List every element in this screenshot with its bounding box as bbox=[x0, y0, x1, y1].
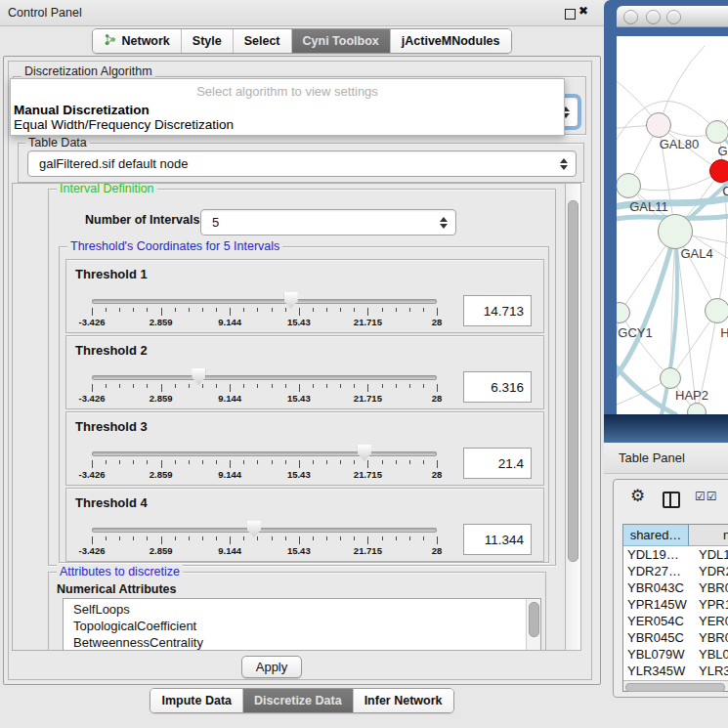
attribute-item-selfloops[interactable]: SelfLoops bbox=[64, 601, 526, 618]
table-row[interactable]: YBR045CYBR0 bbox=[623, 629, 728, 646]
close-panel-button[interactable]: ✖ bbox=[578, 4, 588, 18]
list-scrollbar[interactable] bbox=[526, 599, 540, 651]
column-header-shared-name[interactable]: shared… bbox=[623, 525, 689, 546]
slider-ticks bbox=[92, 308, 437, 316]
network-node-ga[interactable] bbox=[706, 120, 728, 144]
number-of-intervals-combo[interactable]: 5 bbox=[200, 209, 456, 236]
threshold-value-field[interactable]: 11.344 bbox=[463, 524, 532, 555]
threshold-slider[interactable]: -3.4262.8599.14415.4321.71528 bbox=[92, 489, 437, 561]
network-node-hap2[interactable] bbox=[660, 367, 681, 389]
slider-tick-labels: -3.4262.8599.14415.4321.71528 bbox=[92, 317, 437, 328]
vertical-scrollbar[interactable] bbox=[565, 183, 581, 651]
horizontal-scrollbar[interactable] bbox=[623, 680, 728, 691]
cell-shared-name: YBL079W bbox=[623, 646, 689, 663]
tab-select[interactable]: Select bbox=[233, 29, 291, 53]
algorithm-option-equal-width-frequency-discretization[interactable]: Equal Width/Frequency Discretization bbox=[14, 117, 561, 132]
table-row[interactable]: YDR27…YDR2 bbox=[623, 563, 728, 579]
bottom-tab-impute-data[interactable]: Impute Data bbox=[150, 689, 242, 712]
attribute-item-topologicalcoefficient[interactable]: TopologicalCoefficient bbox=[64, 618, 526, 634]
table-row[interactable]: YER054CYER0 bbox=[623, 613, 728, 629]
tick-label: -3.426 bbox=[79, 393, 106, 404]
tab-style[interactable]: Style bbox=[181, 29, 233, 53]
network-icon bbox=[104, 33, 116, 49]
attribute-item-betweennesscentrality[interactable]: BetweennessCentrality bbox=[64, 634, 526, 651]
table-row[interactable]: YBL079WYBL0 bbox=[623, 646, 728, 663]
network-node-gal11[interactable] bbox=[617, 173, 641, 198]
threshold-slider[interactable]: -3.4262.8599.14415.4321.71528 bbox=[92, 260, 437, 332]
table-panel-titlebar: Table Panel bbox=[604, 443, 728, 474]
threshold-value-field[interactable]: 21.4 bbox=[463, 448, 532, 479]
cell-shared-name: YDR27… bbox=[623, 563, 689, 579]
vertical-scrollbar-thumb[interactable] bbox=[568, 200, 578, 562]
tick-label: 21.715 bbox=[354, 469, 382, 480]
slider-thumb[interactable] bbox=[358, 445, 371, 461]
table-body[interactable]: YDL19…YDL1YDR27…YDR2YBR043CYBR0YPR145WYP… bbox=[623, 546, 728, 682]
tick-label: 9.144 bbox=[218, 393, 241, 404]
network-node-label: GAL11 bbox=[629, 199, 668, 214]
cell-shared-name: YBR045C bbox=[623, 629, 689, 646]
checked-box-icons[interactable]: ☑☑ bbox=[695, 490, 718, 503]
tick-label: 28 bbox=[432, 393, 443, 404]
table-row[interactable]: YDL19…YDL1 bbox=[623, 546, 728, 563]
network-node-gal4[interactable] bbox=[658, 214, 693, 249]
columns-icon[interactable] bbox=[663, 492, 680, 508]
bottom-tab-infer-network[interactable]: Infer Network bbox=[353, 689, 453, 712]
network-view-window: GAL80GACGAL11GAL4GCY1HHAP2 bbox=[604, 0, 728, 443]
bottom-tab-infer-network-label: Infer Network bbox=[364, 694, 443, 707]
tick-label: -3.426 bbox=[79, 545, 106, 556]
cell-name: YDR2 bbox=[689, 563, 728, 579]
threshold-value-field[interactable]: 14.713 bbox=[463, 295, 532, 326]
slider-tick-labels: -3.4262.8599.14415.4321.71528 bbox=[92, 393, 437, 405]
network-node-label: GA bbox=[718, 144, 728, 158]
threshold-slider[interactable]: -3.4262.8599.14415.4321.71528 bbox=[92, 412, 437, 485]
slider-thumb[interactable] bbox=[192, 368, 205, 385]
control-panel-titlebar: Control Panel ✖ bbox=[0, 0, 604, 26]
network-node-c[interactable] bbox=[709, 159, 728, 183]
table-header-row: shared… na bbox=[623, 525, 728, 546]
float-window-button[interactable] bbox=[565, 9, 576, 20]
slider-thumb[interactable] bbox=[247, 521, 261, 537]
table-data-group-label: Table Data bbox=[25, 136, 90, 150]
gear-icon[interactable]: ⚙ bbox=[630, 488, 645, 505]
minimize-traffic-light-icon[interactable] bbox=[646, 10, 661, 24]
tick-label: -3.426 bbox=[79, 317, 106, 327]
numerical-attributes-list[interactable]: SelfLoopsTopologicalCoefficientBetweenne… bbox=[63, 598, 541, 651]
table-data-combo-value: galFiltered.sif default node bbox=[39, 151, 188, 176]
algorithm-popup-options: Manual DiscretizationEqual Width/Frequen… bbox=[14, 103, 561, 132]
bottom-tab-discretize-data[interactable]: Discretize Data bbox=[242, 689, 353, 712]
algorithm-option-manual-discretization[interactable]: Manual Discretization bbox=[14, 103, 561, 117]
threshold-box-2: Threshold 2-3.4262.8599.14415.4321.71528… bbox=[65, 335, 544, 409]
slider-track bbox=[92, 375, 437, 380]
network-node-gal80[interactable] bbox=[646, 112, 671, 138]
table-row[interactable]: YLR345WYLR3 bbox=[623, 663, 728, 679]
threshold-box-3: Threshold 3-3.4262.8599.14415.4321.71528… bbox=[65, 411, 544, 486]
tab-network[interactable]: Network bbox=[93, 29, 180, 53]
slider-thumb[interactable] bbox=[284, 292, 298, 309]
screen: GAL80GACGAL11GAL4GCY1HHAP2 Table Panel ⚙… bbox=[0, 0, 728, 728]
cell-name: YBL0 bbox=[689, 646, 728, 663]
table-row[interactable]: YBR043CYBR0 bbox=[623, 579, 728, 596]
cell-shared-name: YER054C bbox=[623, 613, 689, 629]
threshold-slider[interactable]: -3.4262.8599.14415.4321.71528 bbox=[92, 336, 437, 408]
columns-icon-divider bbox=[669, 493, 671, 506]
zoom-traffic-light-icon[interactable] bbox=[666, 10, 681, 24]
tab-cyni-toolbox[interactable]: Cyni Toolbox bbox=[291, 29, 390, 53]
thresholds-group-label: Threshold's Coordinates for 5 Intervals bbox=[67, 239, 282, 253]
slider-tick-labels: -3.4262.8599.14415.4321.71528 bbox=[92, 469, 437, 481]
list-scrollbar-thumb[interactable] bbox=[529, 602, 539, 637]
close-traffic-light-icon[interactable] bbox=[623, 10, 638, 24]
threshold-value-field[interactable]: 6.316 bbox=[463, 371, 532, 403]
apply-button[interactable]: Apply bbox=[241, 656, 302, 678]
network-canvas[interactable]: GAL80GACGAL11GAL4GCY1HHAP2 bbox=[617, 36, 728, 414]
network-node-h[interactable] bbox=[705, 298, 728, 323]
column-header-name[interactable]: na bbox=[689, 525, 728, 546]
horizontal-scrollbar-thumb[interactable] bbox=[625, 683, 725, 692]
network-window-titlebar[interactable] bbox=[617, 6, 728, 27]
attributes-group: Attributes to discretize Numerical Attri… bbox=[48, 572, 546, 651]
tick-label: 2.859 bbox=[150, 469, 173, 480]
table-data-combo[interactable]: galFiltered.sif default node bbox=[27, 150, 577, 177]
cell-shared-name: YLR345W bbox=[623, 663, 689, 679]
numerical-attributes-label: Numerical Attributes bbox=[57, 582, 176, 596]
table-row[interactable]: YPR145WYPR1 bbox=[623, 596, 728, 613]
tab-jactivemnodules[interactable]: jActiveMNodules bbox=[390, 29, 511, 53]
